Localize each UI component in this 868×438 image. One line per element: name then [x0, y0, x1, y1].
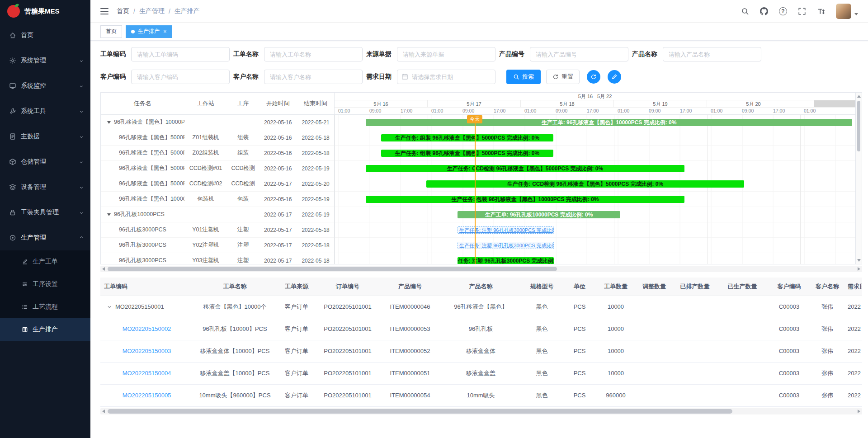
- expand-row-icon[interactable]: [107, 304, 112, 310]
- workorder-link[interactable]: MO202205150005: [123, 392, 171, 399]
- gantt-task-bar[interactable]: 生产任务: 注塑 96孔孔板3000PCS 完成比例: 0%: [458, 257, 554, 264]
- workorder-code-input[interactable]: [131, 47, 230, 61]
- col-workorder-source: 工单来源: [277, 278, 316, 296]
- breadcrumb-home[interactable]: 首页: [117, 7, 129, 15]
- table-row[interactable]: MO202205150003 移液盒盒体【10000】PCS 客户订单 PO20…: [100, 340, 862, 362]
- scrollbar-thumb[interactable]: [108, 409, 732, 414]
- fullscreen-icon[interactable]: [798, 7, 806, 15]
- workorder-link[interactable]: MO202205150004: [123, 370, 171, 377]
- gantt-task-row[interactable]: 96孔移液盒【黑色】10000PCS 包装机 包装 2022-05-16 202…: [101, 192, 334, 207]
- gantt-workorder-bar[interactable]: 生产工单: 96孔孔板10000PCS 完成比例: 0%: [458, 211, 620, 218]
- scroll-right-icon[interactable]: [858, 267, 860, 271]
- sidebar-item-process-flow[interactable]: 工艺流程: [0, 296, 90, 318]
- collapse-triangle-icon[interactable]: [107, 121, 111, 124]
- gantt-task-bar[interactable]: 生产任务: CCD检测 96孔移液盒【黑色】5000PCS 完成比例: 0%: [366, 165, 684, 172]
- gantt-vertical-scrollbar[interactable]: [855, 93, 862, 264]
- user-menu[interactable]: [836, 4, 858, 19]
- customer-code-input[interactable]: [131, 70, 230, 84]
- tab-home[interactable]: 首页: [100, 25, 122, 38]
- scroll-left-icon[interactable]: [102, 267, 105, 271]
- close-icon[interactable]: ×: [163, 28, 167, 34]
- table-horizontal-scrollbar[interactable]: [100, 408, 862, 414]
- workorder-name-input[interactable]: [264, 47, 363, 61]
- gantt-task-row[interactable]: 96孔移液盒【黑色】5000PCS CCD检测#02 CCD检测 2022-05…: [101, 176, 334, 192]
- sidebar-item-tooling[interactable]: 工装夹具管理: [0, 200, 90, 225]
- gantt-task-row[interactable]: 96孔移液盒【黑色】5000PCS Z01组装机 组装 2022-05-16 2…: [101, 130, 334, 146]
- col-customer-name: 客户名称: [811, 278, 844, 296]
- cell-spec: 黑色: [520, 362, 563, 384]
- gantt-task-row[interactable]: 96孔移液盒【黑色】10000PCS 2022-05-16 2022-05-21: [101, 115, 334, 130]
- gantt-task-bar[interactable]: 生产任务: 组装 96孔移液盒【黑色】5000PCS 完成比例: 0%: [381, 134, 553, 141]
- sidebar-item-label: 生产管理: [21, 234, 46, 242]
- edit-icon: [22, 259, 28, 265]
- reset-button-label: 重置: [561, 73, 573, 81]
- table-row[interactable]: MO202205150002 96孔孔板【10000】PCS 客户订单 PO20…: [100, 318, 862, 340]
- edit-round-button[interactable]: [608, 70, 621, 84]
- search-icon[interactable]: [741, 7, 749, 15]
- help-icon[interactable]: ?: [779, 7, 787, 15]
- gantt-task-bar[interactable]: 生产任务: 注塑 96孔孔板3000PCS 完成比例: 0%: [458, 226, 554, 234]
- search-button[interactable]: 搜索: [506, 70, 541, 84]
- home-icon: [9, 32, 16, 39]
- gantt-task-bar[interactable]: 生产任务: CCD检测 96孔移液盒【黑色】5000PCS 完成比例: 0%: [426, 180, 744, 188]
- cell-scheduled-qty: [673, 362, 717, 384]
- gantt-task-row[interactable]: 96孔孔板10000PCS 2022-05-17 2022-05-19: [101, 207, 334, 222]
- sidebar-toggle-icon[interactable]: [100, 8, 108, 14]
- scroll-left-icon[interactable]: [102, 410, 105, 413]
- customer-name-input[interactable]: [264, 70, 363, 84]
- cell-produced-qty: [717, 340, 768, 362]
- table-row[interactable]: MO202205150001 移液盒【黑色】10000个 客户订单 PO2022…: [100, 296, 862, 318]
- scroll-down-icon[interactable]: [857, 259, 861, 262]
- gantt-task-bar[interactable]: 生产任务: 组装 96孔移液盒【黑色】5000PCS 完成比例: 0%: [381, 150, 553, 157]
- collapse-triangle-icon[interactable]: [107, 213, 111, 216]
- tab-production-scheduling[interactable]: 生产排产 ×: [126, 25, 172, 38]
- font-size-icon[interactable]: [817, 7, 825, 15]
- task-end: 2022-05-18: [297, 150, 334, 156]
- sidebar-item-warehouse[interactable]: 仓储管理: [0, 149, 90, 174]
- sidebar-item-home[interactable]: 首页: [0, 23, 90, 48]
- submenu-item-label: 生产排产: [33, 325, 58, 334]
- demand-date-input[interactable]: [397, 70, 495, 84]
- column-end-time: 结束时间: [297, 99, 334, 108]
- workorder-link[interactable]: MO202205150003: [123, 348, 171, 354]
- gantt-task-row[interactable]: 96孔孔板3000PCS Y01注塑机 注塑 2022-05-17 2022-0…: [101, 222, 334, 238]
- sidebar-item-process-settings[interactable]: 工序设置: [0, 273, 90, 296]
- gantt-task-row[interactable]: 96孔移液盒【黑色】5000PCS Z02组装机 组装 2022-05-16 2…: [101, 146, 334, 161]
- sidebar-item-master-data[interactable]: 主数据: [0, 124, 90, 149]
- source-doc-input[interactable]: [397, 47, 495, 61]
- gantt-workorder-bar[interactable]: 生产工单: 96孔移液盒【黑色】10000PCS 完成比例: 0%: [366, 119, 852, 126]
- product-name-input[interactable]: [663, 47, 761, 61]
- col-product-name: 产品名称: [441, 278, 520, 296]
- workorder-link[interactable]: MO202205150001: [115, 303, 164, 310]
- table-row[interactable]: MO202205150004 移液盒盒盖【10000】PCS 客户订单 PO20…: [100, 362, 862, 384]
- gantt-task-bar[interactable]: 生产任务: 注塑 96孔孔板3000PCS 完成比例: 0%: [458, 242, 554, 249]
- refresh-round-button[interactable]: [587, 70, 600, 84]
- table-row[interactable]: MO202205150005 10mm吸头【960000】PCS 客户订单 PO…: [100, 384, 862, 406]
- gantt-task-bar[interactable]: 生产任务: 包装 96孔移液盒【黑色】10000PCS 完成比例: 0%: [366, 196, 684, 203]
- task-process: 组装: [227, 149, 259, 157]
- reset-button[interactable]: 重置: [546, 70, 580, 84]
- sidebar-item-system-admin[interactable]: 系统管理: [0, 48, 90, 73]
- avatar[interactable]: [836, 4, 851, 19]
- gantt-task-row[interactable]: 96孔孔板3000PCS Y03注塑机 注塑 2022-05-17 2022-0…: [101, 253, 334, 264]
- gantt-task-row[interactable]: 96孔移液盒【黑色】5000PCS CCD检测#01 CCD检测 2022-05…: [101, 161, 334, 176]
- sidebar-item-work-order[interactable]: 生产工单: [0, 250, 90, 273]
- product-code-input[interactable]: [530, 47, 628, 61]
- sidebar-item-system-monitor[interactable]: 系统监控: [0, 73, 90, 99]
- breadcrumb-section[interactable]: 生产管理: [139, 7, 165, 15]
- gantt-task-row[interactable]: 96孔孔板3000PCS Y02注塑机 注塑 2022-05-17 2022-0…: [101, 238, 334, 253]
- workorder-link[interactable]: MO202205150002: [123, 325, 171, 332]
- workorder-table-container: 工单编码 工单名称 工单来源 订单编号 产品编号 产品名称 规格型号 单位 工单…: [100, 278, 862, 407]
- github-icon[interactable]: [760, 7, 768, 15]
- scrollbar-thumb[interactable]: [857, 101, 860, 151]
- sidebar-item-equipment[interactable]: 设备管理: [0, 174, 90, 200]
- scroll-up-icon[interactable]: [857, 95, 861, 98]
- sidebar-item-production[interactable]: 生产管理: [0, 225, 90, 250]
- sidebar-item-system-tools[interactable]: 系统工具: [0, 99, 90, 124]
- gantt-horizontal-scrollbar[interactable]: [100, 266, 862, 272]
- sidebar-item-label: 系统工具: [21, 107, 46, 115]
- col-demand-date: 需求日期: [844, 278, 862, 296]
- sidebar-item-production-scheduling[interactable]: 生产排产: [0, 318, 90, 341]
- scrollbar-thumb[interactable]: [108, 267, 557, 271]
- scroll-right-icon[interactable]: [858, 410, 860, 413]
